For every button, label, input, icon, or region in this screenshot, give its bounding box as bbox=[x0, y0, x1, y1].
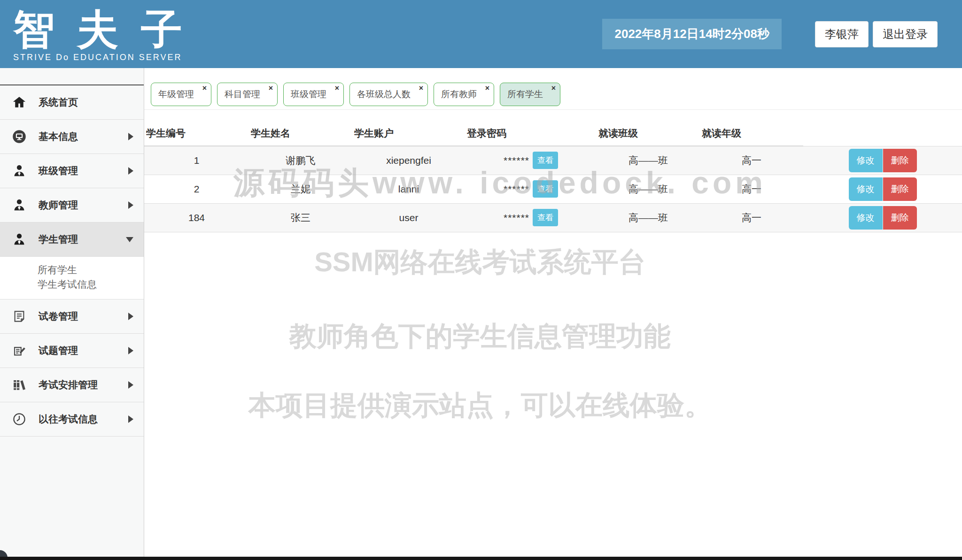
sidebar-item-label: 试卷管理 bbox=[39, 310, 78, 323]
sidebar-item-question-management[interactable]: 试题管理 bbox=[0, 334, 144, 368]
tab-all-teachers[interactable]: 所有教师 × bbox=[434, 83, 494, 106]
profile-icon bbox=[12, 129, 29, 144]
col-student-name: 学生姓名 bbox=[249, 121, 352, 146]
student-class: 高——班 bbox=[597, 175, 700, 203]
person-icon bbox=[12, 232, 29, 247]
sidebar-item-basic-info[interactable]: 基本信息 bbox=[0, 120, 144, 154]
student-name: 张三 bbox=[249, 203, 352, 232]
table-row: 2 兰妮 lanni ******查看 高——班 高一 修改删除 bbox=[144, 175, 962, 203]
sidebar-item-past-exam-info[interactable]: 以往考试信息 bbox=[0, 402, 144, 437]
student-id: 1 bbox=[144, 146, 249, 175]
edit-button[interactable]: 修改 bbox=[849, 206, 883, 230]
logo-title: 智夫子 bbox=[13, 8, 205, 51]
sidebar-item-label: 以往考试信息 bbox=[39, 413, 98, 426]
app-header: 智夫子 STRIVE Do EDUCATION SERVER 2022年8月12… bbox=[0, 0, 962, 68]
view-password-button[interactable]: 查看 bbox=[533, 152, 558, 169]
logo-subtitle: STRIVE Do EDUCATION SERVER bbox=[13, 53, 205, 62]
person-icon bbox=[12, 163, 29, 178]
sidebar-item-paper-management[interactable]: 试卷管理 bbox=[0, 299, 144, 334]
sidebar-item-teacher-management[interactable]: 教师管理 bbox=[0, 188, 144, 222]
student-management-submenu: 所有学生 学生考试信息 bbox=[0, 257, 144, 299]
logo: 智夫子 STRIVE Do EDUCATION SERVER bbox=[13, 6, 205, 62]
close-icon[interactable]: × bbox=[335, 84, 339, 92]
clock-icon bbox=[12, 412, 29, 427]
sidebar-item-label: 班级管理 bbox=[39, 164, 78, 177]
header-right: 2022年8月12日14时2分08秒 李银萍 退出登录 bbox=[602, 19, 938, 49]
edit-button[interactable]: 修改 bbox=[849, 149, 883, 172]
student-name: 兰妮 bbox=[249, 175, 352, 203]
col-class: 就读班级 bbox=[597, 121, 700, 146]
tab-label: 各班级总人数 bbox=[357, 89, 411, 99]
password-mask: ****** bbox=[504, 212, 529, 223]
tab-grade-management[interactable]: 年级管理 × bbox=[151, 83, 211, 106]
view-password-button[interactable]: 查看 bbox=[533, 180, 558, 198]
password-cell: ******查看 bbox=[465, 203, 597, 232]
sidebar-item-student-management[interactable]: 学生管理 bbox=[0, 222, 144, 257]
tab-all-students[interactable]: 所有学生 × bbox=[500, 83, 560, 106]
watermark-line-2: 教师角色下的学生信息管理功能 bbox=[144, 318, 816, 355]
password-cell: ******查看 bbox=[465, 175, 597, 203]
tab-bar: 年级管理 × 科目管理 × 班级管理 × 各班级总人数 × 所有教师 × 所有学… bbox=[144, 68, 962, 110]
document-icon bbox=[12, 309, 29, 324]
page-bottom-bar bbox=[0, 557, 962, 560]
student-name: 谢鹏飞 bbox=[249, 146, 352, 175]
close-icon[interactable]: × bbox=[269, 84, 273, 92]
chevron-right-icon bbox=[128, 415, 133, 423]
actions-cell: 修改删除 bbox=[803, 175, 962, 203]
table-row: 184 张三 user ******查看 高——班 高一 修改删除 bbox=[144, 203, 962, 232]
books-icon bbox=[12, 377, 29, 392]
edit-icon bbox=[12, 343, 29, 358]
page-body: 系统首页 基本信息 班级管理 教师管理 bbox=[0, 68, 962, 557]
delete-button[interactable]: 删除 bbox=[883, 149, 917, 172]
close-icon[interactable]: × bbox=[419, 84, 423, 92]
student-account: user bbox=[352, 203, 465, 232]
student-grade: 高一 bbox=[700, 175, 803, 203]
actions-cell: 修改删除 bbox=[803, 203, 962, 232]
close-icon[interactable]: × bbox=[551, 84, 556, 92]
student-account: lanni bbox=[352, 175, 465, 203]
password-mask: ****** bbox=[504, 184, 529, 194]
close-icon[interactable]: × bbox=[202, 84, 207, 92]
watermark-line-3: 本项目提供演示站点，可以在线体验。 bbox=[144, 387, 816, 424]
tab-label: 所有教师 bbox=[441, 89, 477, 99]
student-class: 高——班 bbox=[597, 146, 700, 175]
close-icon[interactable]: × bbox=[485, 84, 489, 92]
home-icon bbox=[12, 95, 29, 110]
col-student-account: 学生账户 bbox=[352, 121, 465, 146]
datetime-display: 2022年8月12日14时2分08秒 bbox=[602, 19, 782, 49]
col-login-password: 登录密码 bbox=[465, 121, 597, 146]
watermark-line-1: SSM网络在线考试系统平台 bbox=[144, 244, 816, 281]
password-mask: ****** bbox=[504, 155, 529, 166]
view-password-button[interactable]: 查看 bbox=[533, 209, 558, 226]
sidebar-item-label: 基本信息 bbox=[39, 130, 78, 143]
chevron-right-icon bbox=[128, 167, 133, 175]
delete-button[interactable]: 删除 bbox=[883, 206, 917, 230]
sidebar-item-label: 试题管理 bbox=[39, 344, 78, 357]
tab-label: 班级管理 bbox=[291, 89, 326, 99]
col-student-id: 学生编号 bbox=[144, 121, 249, 146]
tab-class-total-count[interactable]: 各班级总人数 × bbox=[349, 83, 428, 106]
sidebar-item-class-management[interactable]: 班级管理 bbox=[0, 154, 144, 188]
submenu-item-student-exam-info[interactable]: 学生考试信息 bbox=[38, 277, 144, 292]
students-table: 学生编号 学生姓名 学生账户 登录密码 就读班级 就读年级 1 谢鹏飞 xiep… bbox=[144, 121, 962, 232]
current-user-button[interactable]: 李银萍 bbox=[815, 21, 869, 47]
chevron-right-icon bbox=[128, 347, 133, 354]
student-id: 184 bbox=[144, 203, 249, 232]
tab-label: 所有学生 bbox=[507, 89, 543, 99]
submenu-item-all-students[interactable]: 所有学生 bbox=[38, 262, 144, 277]
sidebar-item-home[interactable]: 系统首页 bbox=[0, 85, 144, 120]
delete-button[interactable]: 删除 bbox=[883, 177, 917, 201]
sidebar: 系统首页 基本信息 班级管理 教师管理 bbox=[0, 68, 144, 557]
student-account: xiepengfei bbox=[352, 146, 465, 175]
chevron-right-icon bbox=[128, 133, 133, 140]
table-row: 1 谢鹏飞 xiepengfei ******查看 高——班 高一 修改删除 bbox=[144, 146, 962, 175]
tab-class-management[interactable]: 班级管理 × bbox=[283, 83, 344, 106]
edit-button[interactable]: 修改 bbox=[849, 177, 883, 201]
col-actions bbox=[803, 121, 962, 146]
sidebar-item-exam-schedule-management[interactable]: 考试安排管理 bbox=[0, 368, 144, 402]
logout-button[interactable]: 退出登录 bbox=[873, 21, 938, 47]
main-content: 年级管理 × 科目管理 × 班级管理 × 各班级总人数 × 所有教师 × 所有学… bbox=[144, 68, 962, 557]
sidebar-item-label: 教师管理 bbox=[39, 199, 78, 212]
tab-subject-management[interactable]: 科目管理 × bbox=[217, 83, 278, 106]
password-cell: ******查看 bbox=[465, 146, 597, 175]
